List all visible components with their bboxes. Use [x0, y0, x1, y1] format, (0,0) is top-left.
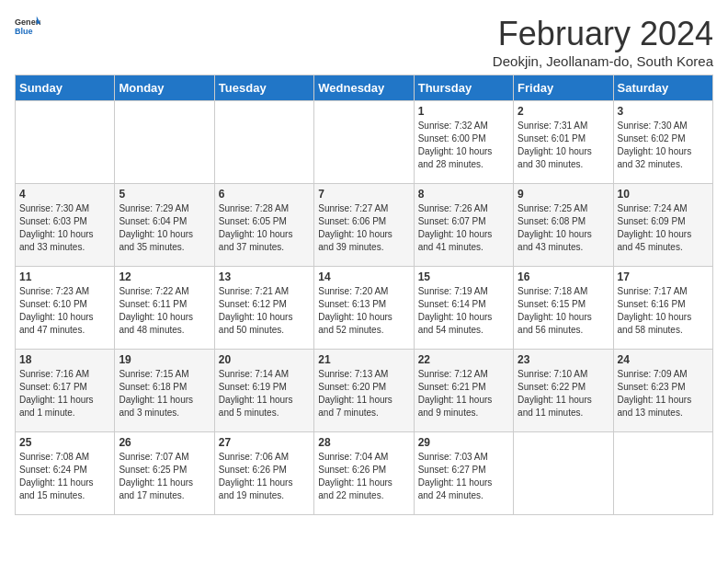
day-number: 15: [418, 270, 509, 283]
day-number: 5: [119, 188, 210, 201]
day-info: Sunrise: 7:07 AM Sunset: 6:25 PM Dayligh…: [119, 451, 210, 502]
day-number: 9: [518, 188, 609, 201]
day-number: 27: [219, 436, 310, 449]
calendar-cell: 25Sunrise: 7:08 AM Sunset: 6:24 PM Dayli…: [16, 432, 115, 515]
weekday-header-tuesday: Tuesday: [214, 75, 313, 101]
day-info: Sunrise: 7:08 AM Sunset: 6:24 PM Dayligh…: [19, 451, 110, 502]
calendar-cell: 3Sunrise: 7:30 AM Sunset: 6:02 PM Daylig…: [613, 101, 712, 184]
calendar-cell: 17Sunrise: 7:17 AM Sunset: 6:16 PM Dayli…: [613, 267, 712, 350]
calendar-cell: 11Sunrise: 7:23 AM Sunset: 6:10 PM Dayli…: [16, 267, 115, 350]
calendar-cell: 26Sunrise: 7:07 AM Sunset: 6:25 PM Dayli…: [115, 432, 214, 515]
weekday-header-friday: Friday: [514, 75, 613, 101]
calendar-cell: [514, 432, 613, 515]
day-number: 17: [618, 270, 709, 283]
location-subtitle: Deokjin, Jeollanam-do, South Korea: [493, 53, 713, 69]
day-info: Sunrise: 7:30 AM Sunset: 6:03 PM Dayligh…: [19, 202, 110, 254]
calendar-cell: 8Sunrise: 7:26 AM Sunset: 6:07 PM Daylig…: [414, 184, 513, 267]
day-info: Sunrise: 7:16 AM Sunset: 6:17 PM Dayligh…: [19, 368, 110, 419]
day-info: Sunrise: 7:28 AM Sunset: 6:05 PM Dayligh…: [219, 202, 310, 254]
day-info: Sunrise: 7:20 AM Sunset: 6:13 PM Dayligh…: [318, 285, 409, 337]
day-info: Sunrise: 7:15 AM Sunset: 6:18 PM Dayligh…: [119, 368, 210, 419]
day-info: Sunrise: 7:26 AM Sunset: 6:07 PM Dayligh…: [418, 202, 509, 254]
calendar-cell: [613, 432, 712, 515]
calendar-cell: 10Sunrise: 7:24 AM Sunset: 6:09 PM Dayli…: [613, 184, 712, 267]
day-info: Sunrise: 7:30 AM Sunset: 6:02 PM Dayligh…: [618, 120, 709, 171]
day-number: 10: [618, 188, 709, 201]
day-info: Sunrise: 7:31 AM Sunset: 6:01 PM Dayligh…: [518, 120, 609, 171]
calendar-cell: 7Sunrise: 7:27 AM Sunset: 6:06 PM Daylig…: [314, 184, 414, 267]
day-number: 19: [119, 353, 210, 366]
calendar-table: SundayMondayTuesdayWednesdayThursdayFrid…: [15, 75, 713, 515]
day-info: Sunrise: 7:32 AM Sunset: 6:00 PM Dayligh…: [418, 120, 509, 171]
day-number: 6: [219, 188, 310, 201]
calendar-cell: 19Sunrise: 7:15 AM Sunset: 6:18 PM Dayli…: [115, 350, 214, 432]
calendar-cell: 22Sunrise: 7:12 AM Sunset: 6:21 PM Dayli…: [414, 350, 513, 432]
day-info: Sunrise: 7:13 AM Sunset: 6:20 PM Dayligh…: [318, 368, 409, 419]
week-row-5: 25Sunrise: 7:08 AM Sunset: 6:24 PM Dayli…: [16, 432, 713, 515]
month-title: February 2024: [493, 15, 713, 53]
calendar-cell: 21Sunrise: 7:13 AM Sunset: 6:20 PM Dayli…: [314, 350, 414, 432]
day-info: Sunrise: 7:04 AM Sunset: 6:26 PM Dayligh…: [318, 451, 409, 502]
day-number: 16: [518, 270, 609, 283]
day-number: 13: [219, 270, 310, 283]
calendar-cell: 2Sunrise: 7:31 AM Sunset: 6:01 PM Daylig…: [514, 101, 613, 184]
calendar-cell: 20Sunrise: 7:14 AM Sunset: 6:19 PM Dayli…: [214, 350, 313, 432]
day-number: 28: [318, 436, 409, 449]
calendar-cell: 14Sunrise: 7:20 AM Sunset: 6:13 PM Dayli…: [314, 267, 414, 350]
day-number: 25: [19, 436, 110, 449]
calendar-cell: 27Sunrise: 7:06 AM Sunset: 6:26 PM Dayli…: [214, 432, 313, 515]
day-info: Sunrise: 7:22 AM Sunset: 6:11 PM Dayligh…: [119, 285, 210, 337]
day-info: Sunrise: 7:27 AM Sunset: 6:06 PM Dayligh…: [318, 202, 409, 254]
weekday-header-monday: Monday: [115, 75, 214, 101]
weekday-header-sunday: Sunday: [16, 75, 115, 101]
day-info: Sunrise: 7:24 AM Sunset: 6:09 PM Dayligh…: [618, 202, 709, 254]
week-row-1: 1Sunrise: 7:32 AM Sunset: 6:00 PM Daylig…: [16, 101, 713, 184]
calendar-cell: 4Sunrise: 7:30 AM Sunset: 6:03 PM Daylig…: [16, 184, 115, 267]
week-row-4: 18Sunrise: 7:16 AM Sunset: 6:17 PM Dayli…: [16, 350, 713, 432]
day-number: 4: [19, 188, 110, 201]
calendar-cell: 5Sunrise: 7:29 AM Sunset: 6:04 PM Daylig…: [115, 184, 214, 267]
logo: General Blue: [15, 15, 40, 40]
day-number: 3: [618, 105, 709, 118]
calendar-cell: 12Sunrise: 7:22 AM Sunset: 6:11 PM Dayli…: [115, 267, 214, 350]
calendar-cell: 9Sunrise: 7:25 AM Sunset: 6:08 PM Daylig…: [514, 184, 613, 267]
calendar-cell: [115, 101, 214, 184]
day-info: Sunrise: 7:25 AM Sunset: 6:08 PM Dayligh…: [518, 202, 609, 254]
day-number: 29: [418, 436, 509, 449]
day-number: 8: [418, 188, 509, 201]
day-info: Sunrise: 7:06 AM Sunset: 6:26 PM Dayligh…: [219, 451, 310, 502]
calendar-cell: 28Sunrise: 7:04 AM Sunset: 6:26 PM Dayli…: [314, 432, 414, 515]
weekday-header-row: SundayMondayTuesdayWednesdayThursdayFrid…: [16, 75, 713, 101]
weekday-header-wednesday: Wednesday: [314, 75, 414, 101]
calendar-cell: 24Sunrise: 7:09 AM Sunset: 6:23 PM Dayli…: [613, 350, 712, 432]
day-info: Sunrise: 7:12 AM Sunset: 6:21 PM Dayligh…: [418, 368, 509, 419]
svg-text:Blue: Blue: [15, 27, 33, 36]
weekday-header-saturday: Saturday: [613, 75, 712, 101]
day-info: Sunrise: 7:14 AM Sunset: 6:19 PM Dayligh…: [219, 368, 310, 419]
day-number: 1: [418, 105, 509, 118]
calendar-cell: 29Sunrise: 7:03 AM Sunset: 6:27 PM Dayli…: [414, 432, 513, 515]
week-row-3: 11Sunrise: 7:23 AM Sunset: 6:10 PM Dayli…: [16, 267, 713, 350]
day-number: 22: [418, 353, 509, 366]
day-info: Sunrise: 7:10 AM Sunset: 6:22 PM Dayligh…: [518, 368, 609, 419]
calendar-cell: [16, 101, 115, 184]
day-number: 7: [318, 188, 409, 201]
day-number: 24: [618, 353, 709, 366]
day-info: Sunrise: 7:03 AM Sunset: 6:27 PM Dayligh…: [418, 451, 509, 502]
day-info: Sunrise: 7:17 AM Sunset: 6:16 PM Dayligh…: [618, 285, 709, 337]
header: General Blue February 2024 Deokjin, Jeol…: [15, 15, 713, 69]
weekday-header-thursday: Thursday: [414, 75, 513, 101]
calendar-cell: 23Sunrise: 7:10 AM Sunset: 6:22 PM Dayli…: [514, 350, 613, 432]
day-number: 18: [19, 353, 110, 366]
calendar-cell: 6Sunrise: 7:28 AM Sunset: 6:05 PM Daylig…: [214, 184, 313, 267]
day-number: 23: [518, 353, 609, 366]
day-number: 14: [318, 270, 409, 283]
generalblue-logo-icon: General Blue: [15, 15, 40, 40]
day-info: Sunrise: 7:19 AM Sunset: 6:14 PM Dayligh…: [418, 285, 509, 337]
day-number: 21: [318, 353, 409, 366]
calendar-cell: 15Sunrise: 7:19 AM Sunset: 6:14 PM Dayli…: [414, 267, 513, 350]
week-row-2: 4Sunrise: 7:30 AM Sunset: 6:03 PM Daylig…: [16, 184, 713, 267]
calendar-cell: 1Sunrise: 7:32 AM Sunset: 6:00 PM Daylig…: [414, 101, 513, 184]
day-info: Sunrise: 7:29 AM Sunset: 6:04 PM Dayligh…: [119, 202, 210, 254]
day-number: 2: [518, 105, 609, 118]
